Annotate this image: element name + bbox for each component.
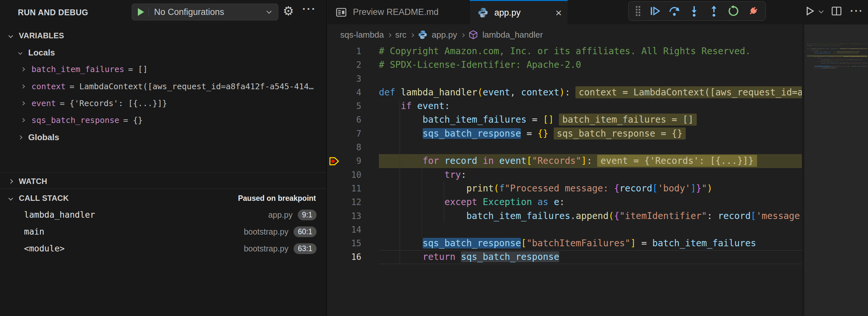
code-line[interactable]: 10 try: (328, 168, 802, 182)
code-line[interactable]: 14 (328, 223, 802, 236)
call-stack-label: CALL STACK (19, 194, 69, 203)
glyph-margin[interactable] (328, 99, 341, 113)
tab-preview-readme[interactable]: Preview README.md (328, 0, 470, 24)
code-line[interactable]: 13 batch_item_failures.append({"itemIden… (328, 209, 802, 223)
breakpoint-execution-icon[interactable] (328, 154, 341, 168)
breadcrumb-folder[interactable]: src (395, 30, 406, 40)
split-editor-icon[interactable] (831, 5, 842, 17)
call-stack-frame[interactable]: <module>bootstrap.py63:1 (0, 243, 326, 254)
glyph-margin[interactable] (328, 250, 341, 264)
code-line[interactable]: 8 (328, 140, 802, 154)
line-number: 11 (341, 182, 361, 195)
glyph-margin[interactable] (328, 127, 341, 140)
breadcrumb: sqs-lambda src app.py lambda_handler (340, 27, 543, 43)
watch-section-header[interactable]: WATCH (0, 176, 326, 187)
call-stack-section-header[interactable]: CALL STACK Paused on breakpoint (0, 193, 326, 203)
variable-value: = {} (123, 116, 143, 125)
code-line[interactable]: 4def lambda_handler(event, context):cont… (328, 86, 802, 99)
gear-icon[interactable]: ⚙ (283, 4, 294, 18)
globals-scope-row[interactable]: Globals (0, 132, 326, 143)
variables-section-header[interactable]: VARIABLES (0, 31, 326, 41)
code-line[interactable]: 5 if event: (328, 99, 802, 113)
tab-label: app.py (494, 8, 521, 18)
frame-name: main (24, 227, 44, 236)
code-line[interactable]: 11 print(f"Processed message: {record['b… (328, 182, 802, 195)
glyph-margin[interactable] (328, 195, 341, 209)
more-actions-icon[interactable]: ··· (850, 5, 864, 17)
line-number: 14 (341, 223, 361, 236)
chevron-right-icon (8, 179, 13, 184)
glyph-margin[interactable] (328, 209, 341, 223)
indent-guide (444, 182, 444, 223)
debug-config-dropdown[interactable]: No Configurations (132, 4, 278, 21)
close-icon[interactable]: × (555, 7, 562, 18)
variable-name: sqs_batch_response (31, 116, 119, 125)
glyph-margin[interactable] (328, 72, 341, 86)
run-icon[interactable] (804, 5, 815, 17)
line-number: 7 (341, 127, 361, 140)
inline-debug-value: batch_item_failures = [] (559, 114, 697, 126)
chevron-down-icon (267, 8, 272, 13)
glyph-margin[interactable] (328, 140, 341, 154)
glyph-margin[interactable] (328, 86, 341, 99)
chevron-right-icon (388, 33, 392, 37)
call-stack-frame[interactable]: lambda_handlerapp.py9:1 (0, 209, 326, 220)
glyph-margin[interactable] (328, 236, 341, 250)
chevron-down-icon (8, 33, 13, 38)
step-into-icon[interactable] (686, 3, 702, 19)
code-line[interactable]: 12 except Exception as e: (328, 195, 802, 209)
code-line[interactable]: 6 batch_item_failures = []batch_item_fai… (328, 113, 802, 127)
variable-row[interactable]: sqs_batch_response= {} (0, 115, 326, 125)
chevron-right-icon (21, 84, 25, 89)
code-line[interactable]: 9 for record in event["Records"]:event =… (328, 154, 802, 168)
chevron-right-icon (21, 101, 25, 105)
code-line[interactable]: 1# Copyright Amazon.com, Inc. or its aff… (328, 44, 802, 58)
code-line[interactable]: 16 return sqs_batch_response (328, 250, 802, 264)
call-stack-frame[interactable]: mainbootstrap.py60:1 (0, 226, 326, 237)
step-out-icon[interactable] (706, 3, 722, 19)
disconnect-icon[interactable] (745, 3, 761, 19)
chevron-down-icon[interactable] (819, 9, 823, 13)
breadcrumb-folder[interactable]: sqs-lambda (340, 30, 384, 40)
tab-app-py[interactable]: app.py × (470, 0, 568, 24)
continue-icon[interactable] (647, 3, 663, 19)
variable-name: batch_item_failures (31, 65, 124, 74)
line-number: 8 (341, 140, 361, 154)
more-actions-icon[interactable]: ··· (302, 3, 316, 15)
restart-icon[interactable] (725, 3, 741, 19)
minimap[interactable]: # Copyright Amazon.com, Inc. or its affi… (807, 42, 867, 68)
glyph-margin[interactable] (328, 182, 341, 195)
frame-file: bootstrap.py (244, 244, 289, 253)
variable-row[interactable]: batch_item_failures= [] (0, 64, 326, 74)
start-debug-icon[interactable] (138, 8, 144, 16)
glyph-margin[interactable] (328, 168, 341, 182)
glyph-margin[interactable] (328, 44, 341, 58)
glyph-margin[interactable] (328, 223, 341, 236)
chevron-right-icon (18, 135, 22, 139)
code-line[interactable]: 7 sqs_batch_response = {}sqs_batch_respo… (328, 127, 802, 140)
inline-debug-value: event = {'Records': [{...}]} (597, 155, 757, 167)
code-line[interactable]: 15 sqs_batch_response["batchItemFailures… (328, 236, 802, 250)
line-number: 12 (341, 195, 361, 209)
line-number: 15 (341, 236, 361, 250)
breadcrumb-symbol[interactable]: lambda_handler (482, 30, 542, 40)
code-editor[interactable]: 1# Copyright Amazon.com, Inc. or its aff… (328, 44, 802, 264)
code-line[interactable]: 2# SPDX-License-Identifier: Apache-2.0 (328, 58, 802, 72)
glyph-margin[interactable] (328, 58, 341, 72)
chevron-right-icon (21, 67, 25, 71)
editor-actions: ··· (804, 5, 864, 17)
step-over-icon[interactable] (666, 3, 682, 19)
breadcrumb-file[interactable]: app.py (432, 30, 457, 40)
code-line[interactable]: 3 (328, 72, 802, 86)
watch-label: WATCH (19, 177, 48, 186)
variable-row[interactable]: event= {'Records': [{...}]} (0, 98, 326, 108)
markdown-preview-icon (335, 6, 347, 18)
glyph-margin[interactable] (328, 113, 341, 127)
debug-config-label: No Configurations (154, 7, 267, 17)
line-number: 13 (341, 209, 361, 223)
frame-file: bootstrap.py (244, 227, 289, 236)
variable-row[interactable]: context= LambdaContext([aws_request_id=a… (0, 81, 326, 92)
gripper-icon[interactable] (633, 3, 643, 19)
locals-label: Locals (28, 48, 55, 58)
locals-scope-row[interactable]: Locals (0, 48, 326, 58)
